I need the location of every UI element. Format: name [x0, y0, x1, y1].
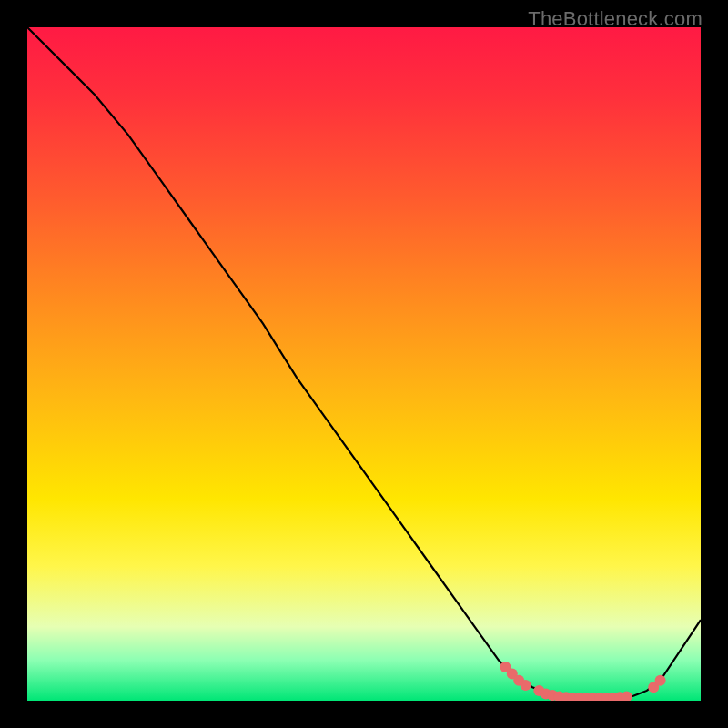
- plot-background: [27, 27, 701, 701]
- chart-container: TheBottleneck.com: [0, 0, 728, 728]
- watermark-text: TheBottleneck.com: [528, 7, 703, 31]
